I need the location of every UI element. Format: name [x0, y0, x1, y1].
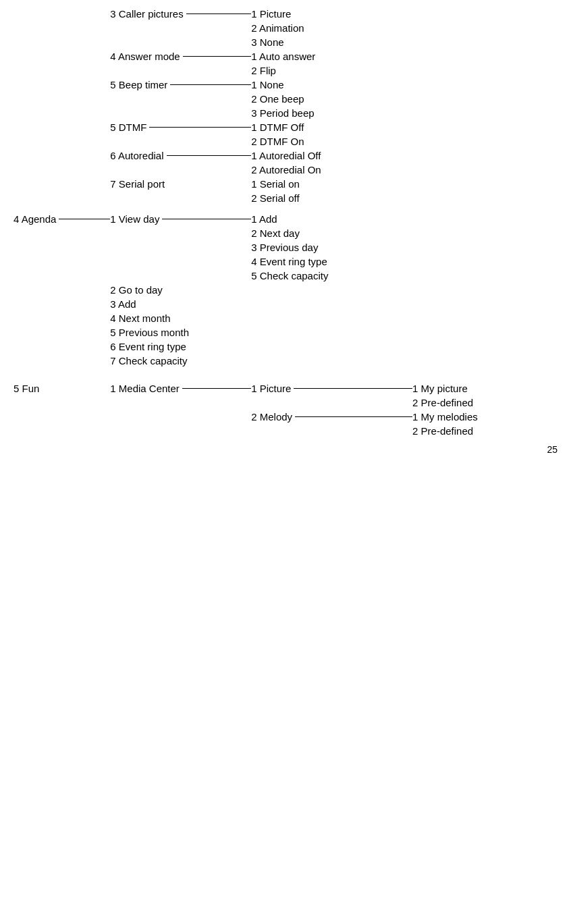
table-row: 5 Check capacity	[13, 269, 558, 283]
line-decoration	[295, 416, 412, 417]
beep-timer-label: 5 Beep timer	[110, 79, 251, 90]
table-row: 6 Autoredial 1 Autoredial Off	[13, 148, 558, 163]
table-row: 4 Event ring type	[13, 254, 558, 269]
answer-mode-label: 4 Answer mode	[110, 51, 251, 62]
line-decoration	[59, 219, 110, 219]
table-row: 2 Animation	[13, 21, 558, 35]
spacer-row	[13, 205, 558, 212]
table-row: 3 Caller pictures 1 Picture	[13, 7, 558, 21]
table-row: 4 Agenda 1 View day 1 Add	[13, 212, 558, 226]
table-row: 4 Next month	[13, 311, 558, 325]
serial-port-label: 7 Serial port	[110, 178, 165, 190]
table-row: 3 None	[13, 35, 558, 49]
table-row: 2 DTMF On	[13, 134, 558, 148]
line-decoration	[170, 84, 251, 85]
table-row: 2 Next day	[13, 226, 558, 240]
agenda-label: 4 Agenda	[13, 213, 110, 225]
media-center-label: 1 Media Center	[110, 383, 251, 394]
caller-pictures-label: 3 Caller pictures	[110, 8, 251, 20]
spacer-row	[13, 368, 558, 381]
melody-label: 2 Melody	[251, 411, 412, 423]
page-content: 3 Caller pictures 1 Picture 2 Animation	[0, 0, 571, 465]
picture-label: 1 Picture	[251, 383, 412, 394]
line-decoration	[167, 155, 252, 156]
table-row: 3 Period beep	[13, 106, 558, 120]
l4-cell	[412, 7, 558, 21]
page-number: 25	[547, 444, 558, 455]
table-row: 7 Check capacity	[13, 354, 558, 368]
table-row: 4 Answer mode 1 Auto answer	[13, 49, 558, 63]
table-row: 2 Pre-defined	[13, 396, 558, 410]
menu-table-top: 3 Caller pictures 1 Picture 2 Animation	[13, 7, 558, 438]
table-row: 2 Melody 1 My melodies	[13, 410, 558, 424]
table-row: 5 Fun 1 Media Center 1 Picture 1 My pict…	[13, 381, 558, 396]
table-row: 3 Previous day	[13, 240, 558, 254]
table-row: 3 Add	[13, 297, 558, 311]
line-decoration	[162, 219, 251, 219]
fun-label: 5 Fun	[13, 383, 39, 394]
l3-cell: 1 Picture	[251, 7, 412, 21]
table-row: 6 Event ring type	[13, 339, 558, 354]
line-decoration	[186, 13, 252, 14]
table-row: 2 Pre-defined	[13, 424, 558, 438]
table-row: 5 DTMF 1 DTMF Off	[13, 120, 558, 134]
autoredial-label: 6 Autoredial	[110, 150, 251, 161]
line-decoration	[149, 127, 251, 128]
table-row: 7 Serial port 1 Serial on	[13, 177, 558, 191]
line-decoration	[182, 388, 251, 389]
l2-cell: 3 Caller pictures	[110, 7, 251, 21]
table-row: 2 One beep	[13, 92, 558, 106]
table-row: 5 Beep timer 1 None	[13, 78, 558, 92]
table-row: 2 Serial off	[13, 191, 558, 205]
l1-cell	[13, 7, 110, 21]
table-row: 2 Autoredial On	[13, 163, 558, 177]
table-row: 5 Previous month	[13, 325, 558, 339]
view-day-label: 1 View day	[110, 213, 251, 225]
table-row: 2 Go to day	[13, 283, 558, 297]
dtmf-label: 5 DTMF	[110, 121, 251, 133]
line-decoration	[294, 388, 412, 389]
table-row: 2 Flip	[13, 63, 558, 78]
line-decoration	[183, 56, 252, 57]
